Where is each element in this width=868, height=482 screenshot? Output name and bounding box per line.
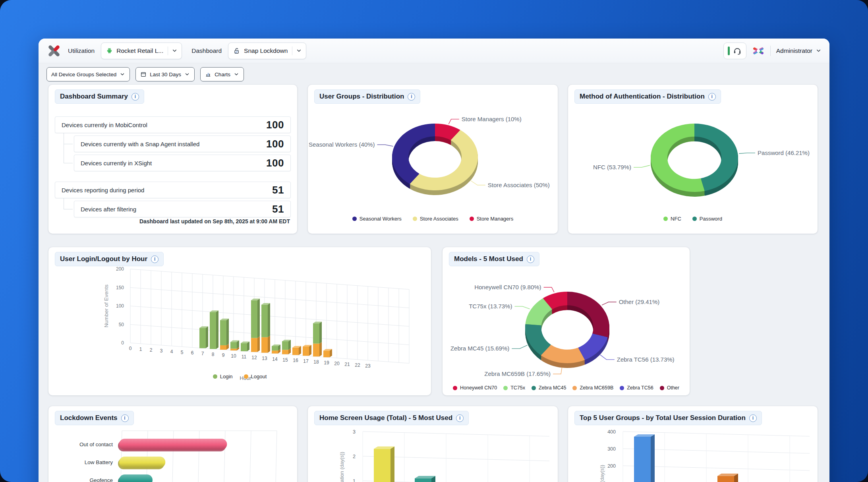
summary-row: Devices currently in XSight 100 (74, 155, 291, 171)
svg-text:2: 2 (353, 454, 356, 459)
dashboard-panel: Utilization Rocket Retail L... (39, 39, 829, 482)
device-groups-filter[interactable]: All Device Groups Selected (46, 67, 130, 81)
svg-text:3: 3 (353, 429, 356, 435)
legend-item[interactable]: TC75x (503, 385, 525, 391)
legend-item[interactable]: Login (213, 374, 233, 379)
chevron-down-icon (184, 72, 190, 77)
svg-text:200: 200 (116, 266, 124, 272)
info-icon[interactable]: i (151, 256, 159, 263)
chart-legend[interactable]: Honeywell CN70TC75xZebra MC45Zebra MC659… (443, 385, 690, 391)
dashboard-selector-value: Snap Lockdown (244, 47, 288, 54)
summary-row-value: 100 (266, 119, 284, 131)
card-title: Home Screen Usage (Total) - 5 Most Used … (314, 411, 469, 425)
chart-legend[interactable]: LoginLogout (48, 374, 431, 379)
legend-label: NFC (671, 216, 681, 222)
info-icon[interactable]: i (408, 93, 415, 101)
legend-dot-icon (663, 217, 668, 221)
legend-item[interactable]: Zebra MC45 (532, 385, 566, 391)
card-lockdown-events: Lockdown Events i Out of contactLow Batt… (48, 406, 297, 482)
info-icon[interactable]: i (121, 414, 129, 422)
legend-label: Logout (251, 374, 267, 379)
card-title-text: Models - 5 Most Used (454, 255, 523, 263)
svg-text:14: 14 (272, 356, 278, 362)
legend-label: TC75x (510, 385, 525, 391)
summary-row-label: Devices currently with a Snap Agent inst… (81, 141, 199, 147)
view-mode-filter[interactable]: Charts (200, 67, 244, 81)
legend-label: Zebra MC659B (580, 385, 613, 391)
summary-row: Devices currently in MobiControl 100 (55, 116, 291, 133)
chart-legend[interactable]: NFCPassword (568, 216, 818, 222)
legend-item[interactable]: Honeywell CN70 (453, 385, 497, 391)
svg-text:NFC (53.79%): NFC (53.79%) (593, 164, 631, 170)
svg-text:TC75x (13.73%): TC75x (13.73%) (469, 303, 512, 310)
info-icon[interactable]: i (749, 414, 757, 422)
nav-label-utilization[interactable]: Utilization (68, 47, 95, 54)
divider (168, 46, 168, 55)
svg-text:6: 6 (191, 350, 194, 356)
top-user-groups-bar-chart: 400300200Time (day(s)) (571, 420, 818, 482)
card-title-text: Method of Authentication - Distribution (580, 93, 705, 101)
user-name: Administrator (776, 47, 812, 54)
info-icon[interactable]: i (527, 256, 534, 263)
card-title: User Login/Logout by Hour i (55, 252, 164, 266)
auth-methods-donut-chart: NFC (53.79%)Password (46.21%) (568, 85, 818, 234)
tree-connector (64, 198, 73, 209)
svg-text:13: 13 (262, 356, 267, 361)
lockdown-events-bar-chart: Out of contactLow BatteryGeofence (52, 420, 297, 482)
legend-dot-icon (503, 386, 508, 390)
svg-text:Zebra TC56 (13.73%): Zebra TC56 (13.73%) (617, 356, 675, 363)
legend-dot-icon (213, 374, 217, 379)
card-title: Dashboard Summary i (55, 89, 144, 104)
legend-item[interactable]: Store Associates (413, 216, 458, 222)
svg-text:Store Associates (50%): Store Associates (50%) (488, 182, 550, 188)
legend-item[interactable]: Logout (244, 374, 267, 379)
legend-label: Zebra MC45 (539, 385, 566, 391)
tree-connector (64, 133, 73, 163)
legend-item[interactable]: Password (692, 216, 722, 222)
tenant-selector[interactable]: Rocket Retail L... (101, 43, 182, 59)
summary-row: Devices reporting during period 51 (55, 182, 291, 198)
date-range-value: Last 30 Days (150, 72, 181, 77)
android-icon (106, 47, 113, 54)
svg-text:2: 2 (150, 347, 153, 353)
chevron-down-icon (816, 48, 822, 54)
legend-label: Store Associates (420, 216, 458, 222)
user-menu[interactable]: Administrator (776, 47, 822, 54)
svg-text:Geofence: Geofence (89, 477, 113, 482)
date-range-filter[interactable]: Last 30 Days (135, 67, 195, 81)
xsight-logo-icon (46, 43, 62, 58)
legend-label: Other (667, 385, 679, 391)
ai-assistant-icon[interactable] (752, 45, 765, 57)
card-title: Models - 5 Most Used i (449, 252, 539, 266)
divider (292, 46, 292, 55)
legend-label: Honeywell CN70 (460, 385, 497, 391)
nav-label-dashboard[interactable]: Dashboard (191, 47, 222, 54)
dashboard-selector[interactable]: Snap Lockdown (228, 43, 306, 59)
legend-item[interactable]: Zebra TC56 (620, 385, 653, 391)
legend-item[interactable]: Store Managers (470, 216, 514, 222)
svg-text:Number of Events: Number of Events (103, 285, 109, 327)
info-icon[interactable]: i (456, 414, 464, 422)
tenant-selector-value: Rocket Retail L... (116, 47, 163, 54)
support-chat-button[interactable] (723, 43, 746, 59)
legend-label: Store Managers (477, 216, 514, 222)
info-icon[interactable]: i (708, 93, 716, 101)
legend-label: Seasonal Workers (360, 216, 402, 222)
models-donut-chart: Honeywell CN70 (9.80%)TC75x (13.73%)Zebr… (443, 247, 690, 395)
legend-item[interactable]: Seasonal Workers (352, 216, 402, 222)
filter-bar: All Device Groups Selected Last 30 Days … (46, 67, 244, 81)
bar-chart-icon (205, 71, 211, 77)
legend-item[interactable]: NFC (663, 216, 681, 222)
svg-text:0: 0 (129, 346, 132, 351)
svg-text:100: 100 (116, 303, 124, 309)
chart-legend[interactable]: Seasonal WorkersStore AssociatesStore Ma… (308, 216, 558, 222)
info-icon[interactable]: i (131, 93, 139, 101)
legend-item[interactable]: Other (660, 385, 679, 391)
legend-dot-icon (244, 374, 248, 379)
legend-dot-icon (572, 386, 577, 390)
view-mode-value: Charts (215, 72, 230, 77)
svg-text:15: 15 (282, 357, 288, 363)
svg-text:1: 1 (353, 478, 356, 482)
legend-item[interactable]: Zebra MC659B (572, 385, 613, 391)
svg-text:7: 7 (201, 351, 204, 356)
